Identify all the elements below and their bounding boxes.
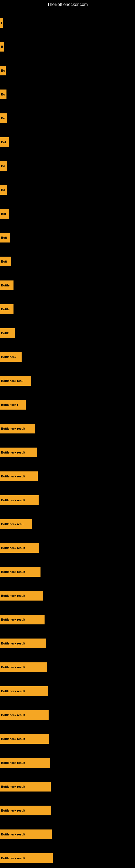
bar-label: Bot bbox=[1, 212, 6, 215]
bar-label: B bbox=[1, 21, 2, 24]
bar-row: Bottleneck resu bbox=[0, 369, 135, 393]
bar-item: Bottleneck result bbox=[0, 639, 46, 648]
bar-item: Bot bbox=[0, 209, 9, 219]
bar-row: Bottleneck result bbox=[0, 536, 135, 560]
bar-row: Bot bbox=[0, 202, 135, 226]
bar-item: Bot bbox=[0, 137, 9, 147]
bar-row: Bot bbox=[0, 130, 135, 154]
bar-item: Bottleneck result bbox=[0, 710, 49, 720]
bar-item: Bottle bbox=[0, 304, 13, 314]
bar-label: Bottleneck r bbox=[1, 403, 18, 406]
bar-label: Bott bbox=[1, 260, 7, 263]
bar-label: Bottleneck result bbox=[1, 665, 25, 669]
bar-label: Bottleneck result bbox=[1, 499, 25, 502]
bar-row: Bottleneck result bbox=[0, 464, 135, 488]
bar-row: Bottleneck result bbox=[0, 703, 135, 727]
site-title: TheBottlenecker.com bbox=[0, 0, 135, 8]
bar-item: Bo bbox=[0, 185, 7, 195]
bar-row: Bottleneck result bbox=[0, 560, 135, 584]
bar-row: Bottleneck result bbox=[0, 799, 135, 823]
bar-label: Bottleneck bbox=[1, 355, 16, 359]
bar-item: Bottleneck result bbox=[0, 830, 52, 839]
bar-row: Bottleneck result bbox=[0, 631, 135, 655]
bar-row: Bo bbox=[0, 59, 135, 83]
bar-label: Bo bbox=[1, 117, 5, 120]
bar-row: Bo bbox=[0, 154, 135, 178]
bar-label: Bottleneck result bbox=[1, 809, 25, 812]
bar-label: Bottleneck result bbox=[1, 642, 25, 645]
bar-row: Bottle bbox=[0, 297, 135, 321]
bar-item: Bo bbox=[0, 113, 7, 123]
bar-item: Bottleneck result bbox=[0, 424, 35, 433]
bar-item: Bottleneck result bbox=[0, 567, 41, 577]
bar-item: Bottleneck result bbox=[0, 543, 39, 553]
bar-item: Bottle bbox=[0, 328, 15, 338]
bar-row: Bottleneck result bbox=[0, 416, 135, 440]
bar-label: Bottleneck result bbox=[1, 451, 25, 454]
bar-item: Bottleneck result bbox=[0, 734, 49, 744]
bar-row: Bottleneck bbox=[0, 345, 135, 369]
bar-item: Bo bbox=[0, 161, 7, 171]
bar-label: Bottleneck result bbox=[1, 427, 25, 430]
bar-label: Bottle bbox=[1, 284, 9, 287]
bar-row: Bottleneck result bbox=[0, 655, 135, 679]
bar-row: Bottleneck result bbox=[0, 440, 135, 464]
bar-row: Bo bbox=[0, 106, 135, 130]
bar-label: Bottleneck resu bbox=[1, 522, 24, 526]
bar-item: B bbox=[0, 18, 3, 28]
bar-label: Bottleneck result bbox=[1, 713, 25, 717]
bar-label: Bottleneck result bbox=[1, 833, 25, 836]
bar-label: Bottle bbox=[1, 332, 9, 335]
bar-item: B bbox=[0, 42, 4, 52]
bar-item: Bott bbox=[0, 257, 11, 267]
bar-label: Bottleneck result bbox=[1, 785, 25, 788]
bar-item: Bottleneck r bbox=[0, 400, 26, 410]
bar-row: B bbox=[0, 35, 135, 59]
bar-item: Bott bbox=[0, 233, 10, 243]
bar-label: Bottleneck result bbox=[1, 475, 25, 478]
bar-item: Bo bbox=[0, 90, 6, 99]
bar-row: Bott bbox=[0, 226, 135, 250]
bar-label: Bottleneck resu bbox=[1, 379, 24, 382]
bar-item: Bottleneck result bbox=[0, 615, 45, 624]
bar-item: Bottleneck resu bbox=[0, 519, 32, 529]
bar-label: Bott bbox=[1, 236, 7, 239]
bar-row: Bottleneck resu bbox=[0, 512, 135, 536]
bar-item: Bottleneck result bbox=[0, 782, 51, 792]
bar-row: Bottle bbox=[0, 273, 135, 297]
bar-item: Bottleneck result bbox=[0, 591, 43, 600]
bar-item: Bottleneck result bbox=[0, 447, 37, 457]
bar-row: Bottleneck result bbox=[0, 846, 135, 868]
bar-label: Bottleneck result bbox=[1, 594, 25, 597]
bar-item: Bottleneck result bbox=[0, 662, 47, 672]
bar-row: B bbox=[0, 11, 135, 35]
bar-label: Bottleneck result bbox=[1, 618, 25, 621]
bar-label: Bottle bbox=[1, 308, 9, 311]
bar-label: Bo bbox=[1, 93, 5, 96]
bar-label: B bbox=[1, 45, 3, 48]
bar-row: Bottleneck r bbox=[0, 393, 135, 416]
bar-label: Bottleneck result bbox=[1, 737, 25, 741]
bar-row: Bottle bbox=[0, 321, 135, 345]
bar-label: Bo bbox=[1, 69, 5, 72]
bar-row: Bo bbox=[0, 178, 135, 202]
bar-item: Bottle bbox=[0, 280, 13, 290]
bar-row: Bottleneck result bbox=[0, 608, 135, 631]
bar-label: Bottleneck result bbox=[1, 689, 25, 693]
bar-label: Bo bbox=[1, 188, 5, 191]
bar-item: Bottleneck bbox=[0, 352, 21, 362]
bar-row: Bottleneck result bbox=[0, 727, 135, 751]
bar-row: Bottleneck result bbox=[0, 775, 135, 799]
bar-row: Bo bbox=[0, 83, 135, 106]
bars-container: BBBoBoBoBotBoBoBotBottBottBottleBottleBo… bbox=[0, 8, 135, 868]
bar-label: Bottleneck result bbox=[1, 857, 25, 860]
bar-label: Bottleneck result bbox=[1, 546, 25, 550]
bar-item: Bottleneck result bbox=[0, 806, 51, 815]
bar-row: Bottleneck result bbox=[0, 584, 135, 608]
bar-label: Bottleneck result bbox=[1, 570, 25, 574]
bar-label: Bot bbox=[1, 141, 6, 144]
bar-item: Bottleneck result bbox=[0, 758, 50, 768]
bar-row: Bottleneck result bbox=[0, 679, 135, 703]
bar-row: Bottleneck result bbox=[0, 488, 135, 512]
bar-item: Bottleneck result bbox=[0, 854, 53, 863]
